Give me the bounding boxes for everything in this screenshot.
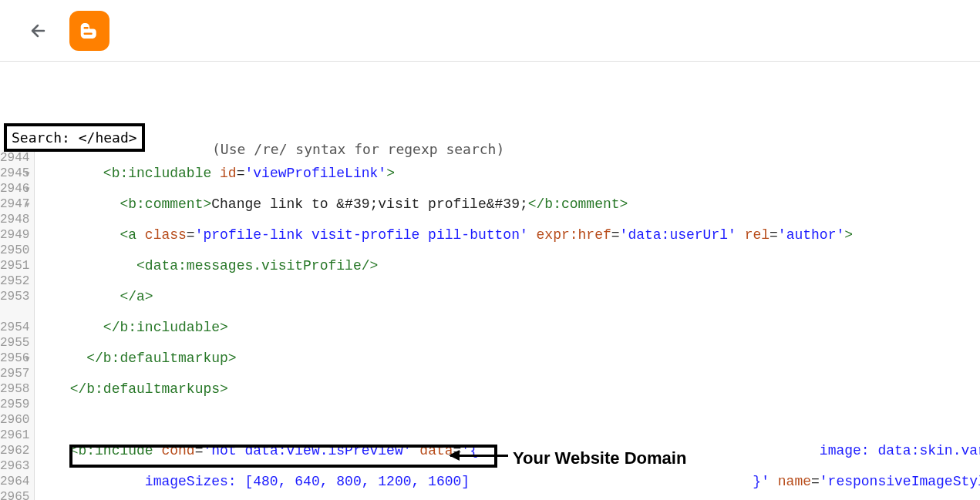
code-line-2949: </b:includable>	[36, 320, 980, 335]
code-line-2951: </b:defaultmarkups>	[36, 381, 980, 397]
annotation-arrow	[450, 455, 508, 457]
code-editor[interactable]: 2944 ▼ 2945 ▼ 2946 ▼ 2947 2948 2949 2950…	[0, 150, 980, 500]
code-line-2947: <data:messages.visitProfile/>	[36, 258, 980, 273]
code-line-2952	[36, 412, 980, 428]
code-line-2946: <a class='profile-link visit-profile pil…	[36, 227, 980, 243]
blogger-logo[interactable]	[69, 11, 109, 51]
code-content[interactable]: <b:includable id='viewProfileLink'> <b:c…	[35, 150, 980, 500]
search-value: </head>	[79, 129, 137, 146]
code-line-2945: <b:comment>Change link to &#39;visit pro…	[36, 196, 980, 212]
code-line-2944: <b:includable id='viewProfileLink'>	[36, 166, 980, 181]
annotation-label: Your Website Domain	[513, 448, 686, 468]
line-gutter: 2944 ▼ 2945 ▼ 2946 ▼ 2947 2948 2949 2950…	[0, 150, 35, 500]
search-label: Search:	[12, 129, 70, 146]
back-button[interactable]	[29, 22, 48, 40]
code-line-2948: </a>	[36, 289, 980, 304]
app-header	[0, 0, 980, 62]
code-line-2953: <b:include cond='not data:view.isPreview…	[36, 443, 980, 458]
code-line-2950: </b:defaultmarkup>	[36, 351, 980, 366]
code-line-2953b: imageSizes: [480, 640, 800, 1200, 1600] …	[36, 474, 980, 489]
search-box[interactable]: Search: </head>	[4, 123, 145, 152]
